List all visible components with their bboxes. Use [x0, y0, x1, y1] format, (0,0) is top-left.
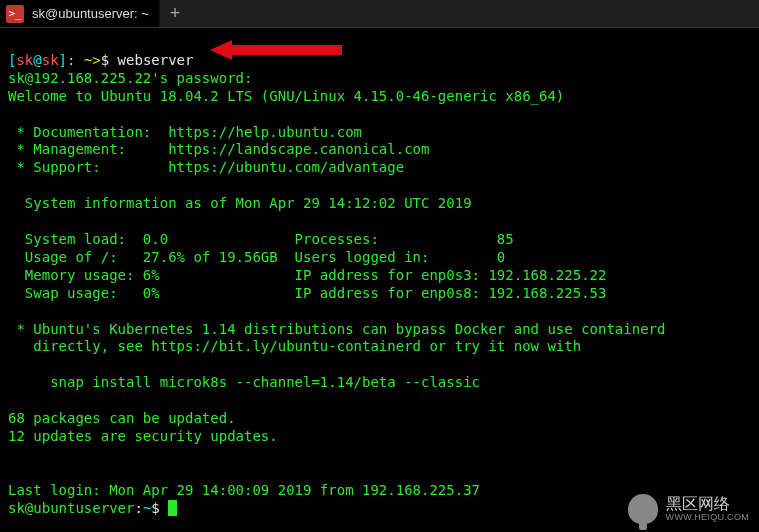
terminal-output[interactable]: [sk@sk]: ~>$ webserver sk@192.168.225.22… [0, 28, 759, 523]
prompt-dollar: $ [101, 52, 118, 68]
annotation-arrow [210, 40, 342, 60]
tab-bar: >_ sk@ubuntuserver: ~ + [0, 0, 759, 28]
line-snap: snap install microk8s --channel=1.14/bet… [8, 374, 480, 390]
prompt2-dollar: $ [151, 500, 168, 516]
prompt-at: @ [33, 52, 41, 68]
command-input: webserver [118, 52, 194, 68]
terminal-tab[interactable]: >_ sk@ubuntuserver: ~ [0, 0, 160, 27]
line-swap: Swap usage: 0% IP address for enp0s8: 19… [8, 285, 606, 301]
prompt2-user: sk [8, 500, 25, 516]
line-kube2: directly, see https://bit.ly/ubuntu-cont… [8, 338, 581, 354]
line-support: * Support: https://ubuntu.com/advantage [8, 159, 404, 175]
line-doc: * Documentation: https://help.ubuntu.com [8, 124, 362, 140]
watermark-cn: 黑区网络 [666, 496, 749, 513]
tab-title: sk@ubuntuserver: ~ [32, 6, 149, 21]
line-pkg2: 12 updates are security updates. [8, 428, 278, 444]
prompt2-host: ubuntuserver [33, 500, 134, 516]
prompt2-colon: : [134, 500, 142, 516]
line-memory: Memory usage: 6% IP address for enp0s3: … [8, 267, 606, 283]
arrow-left-icon [210, 40, 232, 60]
new-tab-button[interactable]: + [160, 0, 190, 27]
cursor [168, 500, 177, 516]
line-mgmt: * Management: https://landscape.canonica… [8, 141, 429, 157]
line-password: sk@192.168.225.22's password: [8, 70, 252, 86]
line-sysload: System load: 0.0 Processes: 85 [8, 231, 514, 247]
line-pkg1: 68 packages can be updated. [8, 410, 236, 426]
prompt-path: : ~> [67, 52, 101, 68]
arrow-body [232, 45, 342, 55]
terminal-icon: >_ [6, 5, 24, 23]
prompt-bracket-close: ] [59, 52, 67, 68]
mushroom-icon [628, 494, 658, 524]
line-lastlogin: Last login: Mon Apr 29 14:00:09 2019 fro… [8, 482, 480, 498]
prompt-host: sk [42, 52, 59, 68]
prompt-user: sk [16, 52, 33, 68]
watermark-en: WWW.HEIQU.COM [666, 513, 749, 522]
watermark: 黑区网络 WWW.HEIQU.COM [628, 494, 749, 524]
line-usage: Usage of /: 27.6% of 19.56GB Users logge… [8, 249, 505, 265]
line-sysinfo: System information as of Mon Apr 29 14:1… [8, 195, 472, 211]
line-welcome: Welcome to Ubuntu 18.04.2 LTS (GNU/Linux… [8, 88, 564, 104]
line-kube1: * Ubuntu's Kubernetes 1.14 distributions… [8, 321, 665, 337]
